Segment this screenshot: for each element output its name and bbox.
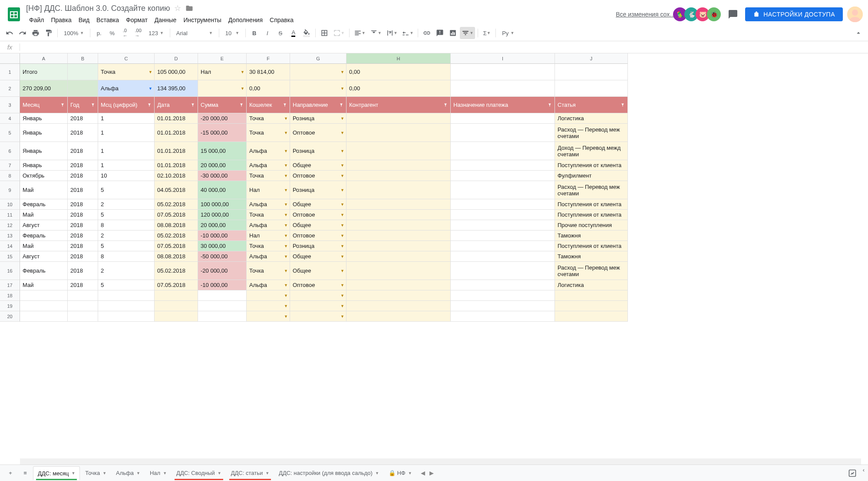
dropdown-arrow-icon[interactable]: ▼ xyxy=(340,234,344,238)
cell[interactable]: Оптовое▼ xyxy=(290,171,347,181)
decrease-decimals[interactable]: .0← xyxy=(119,27,131,39)
filter-icon[interactable] xyxy=(547,102,553,108)
dropdown-arrow-icon[interactable]: ▼ xyxy=(340,304,344,308)
col-header[interactable]: F xyxy=(247,53,290,64)
dropdown-arrow-icon[interactable]: ▼ xyxy=(340,163,344,168)
menu-Файл[interactable]: Файл xyxy=(26,15,47,25)
menu-Дополнения[interactable]: Дополнения xyxy=(225,15,266,25)
cell[interactable]: Общее▼ xyxy=(290,262,347,280)
col-header[interactable]: I xyxy=(451,53,555,64)
cell[interactable]: 20 000,00 xyxy=(198,160,247,171)
column-header-g[interactable]: Направление xyxy=(290,97,347,113)
cell[interactable]: Февраль xyxy=(20,231,68,241)
cell[interactable] xyxy=(451,142,555,160)
cell[interactable]: 2018 xyxy=(68,142,98,160)
cell[interactable]: 2018 xyxy=(68,251,98,262)
cell[interactable]: 2018 xyxy=(68,210,98,220)
cell[interactable]: Май xyxy=(20,241,68,251)
cell[interactable]: 8 xyxy=(98,220,155,231)
cell[interactable]: 1 xyxy=(98,160,155,171)
cell[interactable] xyxy=(20,301,68,311)
col-header[interactable]: G xyxy=(290,53,347,64)
menu-Данные[interactable]: Данные xyxy=(152,15,180,25)
merge-cells-icon[interactable]: ▼ xyxy=(331,27,347,39)
column-header-i[interactable]: Назначение платежа xyxy=(451,97,555,113)
cell[interactable] xyxy=(155,301,198,311)
col-header[interactable]: J xyxy=(555,53,628,64)
cell[interactable]: Точка▼ xyxy=(247,124,290,142)
cell[interactable]: Альфа▼ xyxy=(247,280,290,290)
row-header[interactable]: 6 xyxy=(0,142,20,160)
cell[interactable]: Нал▼ xyxy=(247,231,290,241)
cell[interactable]: Январь xyxy=(20,124,68,142)
cell[interactable]: Февраль xyxy=(20,262,68,280)
cell[interactable]: Общее▼ xyxy=(290,220,347,231)
rotate-icon[interactable]: ▼ xyxy=(400,27,415,39)
cell[interactable] xyxy=(451,80,555,97)
cell[interactable]: Общее▼ xyxy=(290,160,347,171)
dropdown-arrow-icon[interactable]: ▼ xyxy=(340,283,344,287)
menu-Инструменты[interactable]: Инструменты xyxy=(180,15,224,25)
row-header[interactable]: 1 xyxy=(0,64,20,80)
cell[interactable]: 04.05.2018 xyxy=(155,181,198,199)
cell[interactable] xyxy=(347,280,451,290)
dropdown-arrow-icon[interactable]: ▼ xyxy=(340,188,344,192)
dropdown-arrow-icon[interactable]: ▼ xyxy=(340,314,344,319)
cell[interactable]: 2018 xyxy=(68,280,98,290)
column-header-e[interactable]: Сумма xyxy=(198,97,247,113)
cell[interactable]: 05.02.2018 xyxy=(155,231,198,241)
cell[interactable]: -10 000,00 xyxy=(198,231,247,241)
cell[interactable]: -50 000,00 xyxy=(198,251,247,262)
cell[interactable] xyxy=(555,301,628,311)
dropdown-arrow-icon[interactable]: ▼ xyxy=(284,131,288,135)
cell[interactable]: Нал▼ xyxy=(247,181,290,199)
borders-icon[interactable] xyxy=(318,27,330,39)
cell[interactable] xyxy=(451,241,555,251)
col-header[interactable]: B xyxy=(68,53,98,64)
italic-icon[interactable]: I xyxy=(261,27,274,39)
share-button[interactable]: НАСТРОЙКИ ДОСТУПА xyxy=(745,7,843,21)
cell[interactable]: 20 000,00 xyxy=(198,220,247,231)
number-format-dropdown[interactable]: 123▼ xyxy=(145,27,167,39)
cell[interactable]: Общее▼ xyxy=(290,251,347,262)
cell[interactable]: ▼ xyxy=(247,311,290,322)
row-header[interactable]: 19 xyxy=(0,301,20,311)
row-header[interactable]: 12 xyxy=(0,220,20,231)
cell[interactable] xyxy=(451,231,555,241)
dropdown-arrow-icon[interactable]: ▼ xyxy=(284,244,288,248)
row-header[interactable]: 10 xyxy=(0,199,20,210)
cell[interactable]: 01.01.2018 xyxy=(155,113,198,124)
cell[interactable] xyxy=(451,280,555,290)
cell[interactable] xyxy=(347,171,451,181)
dropdown-arrow-icon[interactable]: ▼ xyxy=(340,244,344,248)
cell[interactable]: Логистика xyxy=(555,280,628,290)
cell[interactable]: 08.08.2018 xyxy=(155,251,198,262)
column-header-h[interactable]: Контрагент xyxy=(347,97,451,113)
cell[interactable] xyxy=(155,311,198,322)
cell[interactable] xyxy=(451,181,555,199)
cell[interactable] xyxy=(347,142,451,160)
dropdown-arrow-icon[interactable]: ▼ xyxy=(284,269,288,273)
cell[interactable]: ▼ xyxy=(198,80,247,97)
dropdown-arrow-icon[interactable]: ▼ xyxy=(340,213,344,217)
cell[interactable]: 5 xyxy=(98,280,155,290)
cell[interactable] xyxy=(451,124,555,142)
cell[interactable]: Таможня xyxy=(555,231,628,241)
text-color-icon[interactable]: A xyxy=(287,27,300,39)
cell[interactable]: Оптовое▼ xyxy=(290,210,347,220)
row-header[interactable]: 14 xyxy=(0,241,20,251)
wrap-icon[interactable]: ▼ xyxy=(384,27,399,39)
cell[interactable]: 5 xyxy=(98,181,155,199)
cell[interactable] xyxy=(68,290,98,301)
undo-icon[interactable] xyxy=(3,27,16,39)
dropdown-arrow-icon[interactable]: ▼ xyxy=(284,223,288,227)
collaborator-avatars[interactable]: 🦜 🐇 🐷 🐞 xyxy=(676,7,721,21)
cell[interactable]: 2 xyxy=(98,231,155,241)
cell[interactable]: Альфа▼ xyxy=(247,160,290,171)
currency-format[interactable]: р. xyxy=(93,27,105,39)
dropdown-arrow-icon[interactable]: ▼ xyxy=(284,314,288,319)
cell[interactable]: Октябрь xyxy=(20,171,68,181)
column-header-a[interactable]: Месяц xyxy=(20,97,68,113)
cell[interactable]: Май xyxy=(20,181,68,199)
cell[interactable] xyxy=(555,80,628,97)
